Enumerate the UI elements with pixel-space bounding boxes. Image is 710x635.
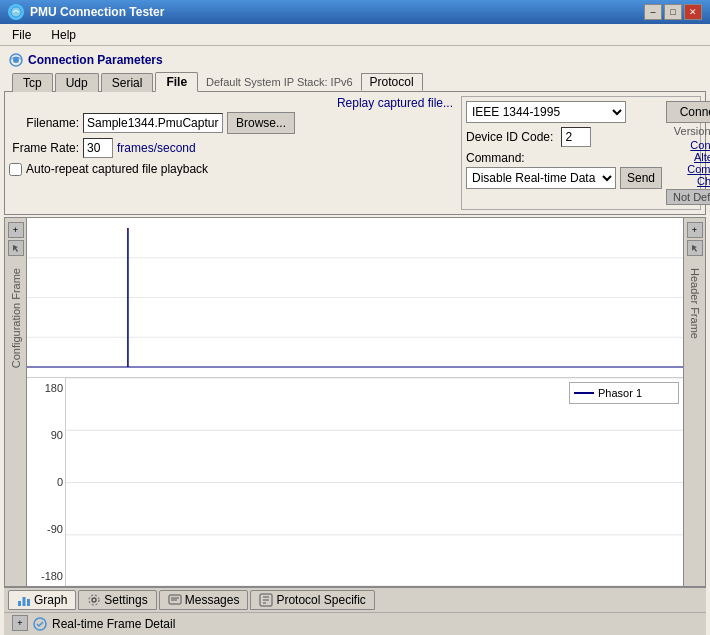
tab-protocol-specific[interactable]: Protocol Specific <box>250 590 374 610</box>
zoom-in-right-icon[interactable]: + <box>687 222 703 238</box>
legend-label: Phasor 1 <box>598 387 642 399</box>
realtime-row: + Real-time Frame Detail <box>4 612 706 635</box>
protocol-select[interactable]: IEEE 1344-1995 <box>466 101 626 123</box>
filename-row: Filename: Browse... <box>9 112 453 134</box>
realtime-icon <box>32 616 48 632</box>
tab-tcp[interactable]: Tcp <box>12 73 53 92</box>
charts-area: 180 90 0 -90 -180 <box>27 218 683 586</box>
tab-udp[interactable]: Udp <box>55 73 99 92</box>
auto-repeat-label: Auto-repeat captured file playback <box>26 162 208 176</box>
y-label-neg90: -90 <box>29 523 63 535</box>
right-params: IEEE 1344-1995 Device ID Code: Command: … <box>461 96 701 210</box>
close-button[interactable]: ✕ <box>684 4 702 20</box>
configure-link[interactable]: Configure Alternate <box>666 139 710 163</box>
maximize-button[interactable]: □ <box>664 4 682 20</box>
y-axis-labels: 180 90 0 -90 -180 <box>27 378 65 586</box>
filename-input[interactable] <box>83 113 223 133</box>
graph-icon <box>17 593 31 607</box>
y-label-neg180: -180 <box>29 570 63 582</box>
tab-serial[interactable]: Serial <box>101 73 154 92</box>
ip-stack-label: Default System IP Stack: IPv6 <box>206 76 353 91</box>
chart-legend: Phasor 1 <box>569 382 679 404</box>
framerate-input[interactable] <box>83 138 113 158</box>
left-sidebar: + Configuration Frame <box>5 218 27 586</box>
section-header: Connection Parameters <box>4 50 706 70</box>
messages-icon <box>168 593 182 607</box>
right-sidebar: + Header Frame <box>683 218 705 586</box>
tab-messages-label: Messages <box>185 593 240 607</box>
left-params: Replay captured file... Filename: Browse… <box>9 96 453 210</box>
auto-repeat-row: Auto-repeat captured file playback <box>9 162 453 176</box>
top-chart <box>27 218 683 378</box>
filename-label: Filename: <box>9 116 79 130</box>
menu-help[interactable]: Help <box>43 26 84 44</box>
y-label-90: 90 <box>29 429 63 441</box>
tab-graph[interactable]: Graph <box>8 590 76 610</box>
menu-bar: File Help <box>0 24 710 46</box>
device-id-input[interactable] <box>561 127 591 147</box>
main-content: Connection Parameters Tcp Udp Serial Fil… <box>0 46 710 635</box>
section-title: Connection Parameters <box>28 53 163 67</box>
not-defined-label: Not Defined <box>666 189 710 205</box>
tab-messages[interactable]: Messages <box>159 590 249 610</box>
settings-icon <box>87 593 101 607</box>
cursor-right-icon[interactable] <box>687 240 703 256</box>
svg-point-16 <box>89 595 99 605</box>
minimize-button[interactable]: – <box>644 4 662 20</box>
browse-button[interactable]: Browse... <box>227 112 295 134</box>
tab-settings[interactable]: Settings <box>78 590 156 610</box>
svg-rect-12 <box>18 601 21 606</box>
legend-line <box>574 392 594 394</box>
waveform-svg <box>27 218 683 377</box>
device-id-row: Device ID Code: <box>466 127 662 147</box>
command-select[interactable]: Disable Real-time Data <box>466 167 616 189</box>
y-label-180: 180 <box>29 382 63 394</box>
y-label-0: 0 <box>29 476 63 488</box>
frames-per-second-label: frames/second <box>117 141 196 155</box>
svg-rect-14 <box>27 599 30 606</box>
legend-phasor1: Phasor 1 <box>574 387 674 399</box>
param-panel: Replay captured file... Filename: Browse… <box>4 91 706 215</box>
svg-rect-13 <box>23 597 26 606</box>
framerate-label: Frame Rate: <box>9 141 79 155</box>
device-id-label: Device ID Code: <box>466 130 553 144</box>
menu-file[interactable]: File <box>4 26 39 44</box>
connect-button[interactable]: Connect <box>666 101 710 123</box>
connection-icon <box>8 52 24 68</box>
replay-label: Replay captured file... <box>9 96 453 110</box>
connection-tabs: Tcp Udp Serial File <box>8 72 198 92</box>
bottom-chart: 180 90 0 -90 -180 <box>27 378 683 586</box>
auto-repeat-checkbox[interactable] <box>9 163 22 176</box>
zoom-in-icon[interactable]: + <box>8 222 24 238</box>
tab-settings-label: Settings <box>104 593 147 607</box>
tab-protocol[interactable]: Protocol <box>361 73 423 91</box>
tab-graph-label: Graph <box>34 593 67 607</box>
chart-container: + Configuration Frame <box>4 217 706 587</box>
cursor-icon[interactable] <box>8 240 24 256</box>
chart-plot-area: Phasor 1 <box>65 378 683 586</box>
svg-point-15 <box>92 598 96 602</box>
send-button[interactable]: Send <box>620 167 662 189</box>
bottom-tabs: Graph Settings Messages Protocol Specifi… <box>4 587 706 612</box>
version-label: Version 4.5.5 <box>666 125 710 137</box>
window-title: PMU Connection Tester <box>30 5 164 19</box>
configure-link2[interactable]: Command Channel <box>666 163 710 187</box>
window-controls: – □ ✕ <box>644 4 702 20</box>
tab-file[interactable]: File <box>155 72 198 92</box>
tab-protocol-specific-label: Protocol Specific <box>276 593 365 607</box>
chart-grid-svg <box>66 378 683 586</box>
config-frame-label: Configuration Frame <box>10 268 22 368</box>
framerate-row: Frame Rate: frames/second <box>9 138 453 158</box>
app-icon <box>8 4 24 20</box>
realtime-add-icon[interactable]: + <box>12 615 28 631</box>
header-frame-label: Header Frame <box>689 268 701 339</box>
realtime-detail-label: Real-time Frame Detail <box>52 617 175 631</box>
protocol-icon <box>259 593 273 607</box>
title-bar: PMU Connection Tester – □ ✕ <box>0 0 710 24</box>
command-label: Command: <box>466 151 662 165</box>
svg-point-0 <box>11 7 21 17</box>
